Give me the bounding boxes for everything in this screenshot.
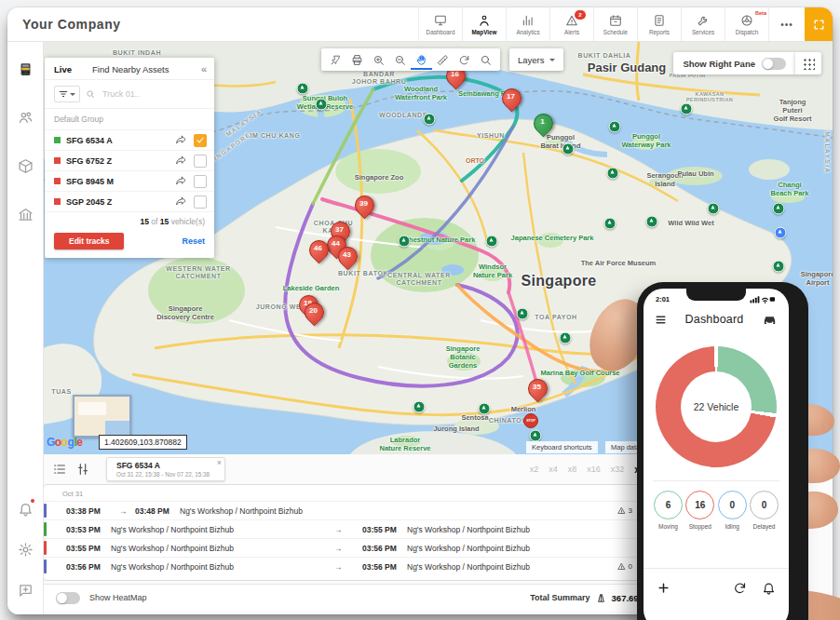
nav-item-mapview[interactable]: MapView	[462, 7, 506, 41]
vehicle-search-input[interactable]	[101, 88, 193, 100]
share-track-icon[interactable]	[175, 155, 187, 167]
phone-stat-stopped[interactable]: 16Stopped	[684, 491, 715, 530]
share-track-icon[interactable]	[175, 134, 187, 146]
map-tool-pin[interactable]	[325, 49, 346, 70]
park-pin-icon[interactable]	[609, 121, 621, 133]
vehicle-row[interactable]: SFG 8945 M	[45, 171, 214, 192]
nav-item-analytics[interactable]: Analytics	[506, 7, 549, 41]
map-tool-search[interactable]	[475, 49, 496, 70]
nav-item-alerts[interactable]: Alerts2	[549, 7, 593, 41]
park-pin-icon[interactable]	[413, 401, 426, 413]
speed-x4[interactable]: x4	[549, 465, 558, 474]
filter-button[interactable]	[54, 86, 80, 102]
layers-dropdown[interactable]: Layers	[509, 48, 563, 71]
park-pin-icon[interactable]	[479, 403, 491, 415]
vehicle-row[interactable]: SGP 2045 Z	[45, 192, 214, 212]
map-marker-stop[interactable]: STOP	[523, 413, 538, 428]
map-marker-43[interactable]: 43	[338, 247, 357, 269]
notifications-bell-icon[interactable]	[762, 581, 776, 595]
top-header: Your Company DashboardMapViewAnalyticsAl…	[7, 7, 833, 42]
sidebar-item-users[interactable]	[7, 97, 43, 138]
park-pin-icon[interactable]	[486, 236, 498, 248]
nav-more-button[interactable]: •••	[768, 7, 805, 41]
hamburger-menu-icon[interactable]	[655, 314, 667, 326]
vehicle-row[interactable]: SFG 6752 Z	[45, 151, 214, 171]
apps-grid-button[interactable]	[795, 52, 821, 74]
park-pin-icon[interactable]	[773, 261, 785, 273]
timeline-list-button[interactable]	[52, 462, 67, 477]
park-pin-icon[interactable]	[517, 308, 529, 320]
poi-pin-icon[interactable]	[775, 227, 787, 239]
nav-item-services[interactable]: Services	[681, 7, 725, 41]
map-marker-17[interactable]: 17	[502, 88, 521, 111]
timeline-settings-button[interactable]	[75, 462, 90, 477]
nav-item-schedule[interactable]: Schedule	[593, 7, 637, 41]
phone-stat-idling[interactable]: 0Idling	[717, 491, 748, 530]
speed-x2[interactable]: x2	[530, 465, 539, 474]
tab-live[interactable]: Live	[54, 64, 72, 74]
map-marker-39[interactable]: 39	[355, 195, 373, 218]
park-pin-icon[interactable]	[562, 143, 575, 155]
heatmap-toggle[interactable]	[56, 592, 80, 604]
nav-item-dispatch[interactable]: DispatchBeta	[725, 7, 768, 41]
sidebar-item-gear[interactable]	[7, 529, 43, 570]
park-pin-icon[interactable]	[708, 203, 720, 215]
park-pin-icon[interactable]	[399, 236, 411, 248]
vehicle-checkbox[interactable]	[194, 175, 207, 188]
share-track-icon[interactable]	[175, 175, 187, 187]
park-pin-icon[interactable]	[773, 203, 785, 215]
park-pin-icon[interactable]	[530, 430, 542, 442]
nav-item-reports[interactable]: Reports	[637, 7, 681, 41]
park-pin-icon[interactable]	[607, 168, 619, 180]
dashboard-icon	[434, 14, 447, 27]
map-marker-1[interactable]: 1	[534, 114, 552, 136]
group-label[interactable]: Default Group	[45, 109, 214, 130]
map-marker-20[interactable]: 20	[305, 303, 323, 325]
vehicle-checkbox[interactable]	[194, 155, 207, 168]
park-pin-icon[interactable]	[297, 83, 309, 95]
share-track-icon[interactable]	[175, 195, 187, 208]
phone-stat-delayed[interactable]: 0Delayed	[749, 491, 779, 530]
park-pin-icon[interactable]	[646, 216, 658, 228]
vehicle-status-donut-chart[interactable]: 22 Vehicle	[656, 346, 777, 467]
sidebar-item-bell[interactable]	[7, 488, 43, 529]
phone-stat-moving[interactable]: 6Moving	[653, 491, 684, 530]
speed-x32[interactable]: x32	[611, 465, 625, 474]
add-button[interactable]	[657, 581, 671, 595]
map-tool-zoom-out[interactable]	[389, 49, 411, 70]
vehicle-checkbox[interactable]	[194, 195, 207, 209]
reset-link[interactable]: Reset	[182, 236, 205, 246]
sidebar-item-building[interactable]	[7, 194, 43, 235]
refresh-button[interactable]	[733, 581, 747, 595]
park-pin-icon[interactable]	[560, 332, 572, 344]
expand-corner-button[interactable]	[805, 7, 833, 41]
keyboard-shortcuts-link[interactable]: Keyboard shortcuts	[526, 441, 598, 453]
sidebar-item-boxes[interactable]	[7, 145, 43, 186]
map-marker-46[interactable]: 46	[309, 240, 328, 263]
map-tool-refresh[interactable]	[454, 49, 475, 70]
panel-collapse-button[interactable]: «	[201, 63, 207, 74]
speed-x8[interactable]: x8	[568, 465, 577, 474]
edit-tracks-button[interactable]: Edit tracks	[54, 233, 124, 249]
sidebar-item-feedback[interactable]	[7, 570, 43, 611]
vehicle-icon[interactable]	[762, 312, 778, 328]
park-pin-icon[interactable]	[681, 103, 693, 115]
tab-find-nearby-assets[interactable]: Find Nearby Assets	[92, 64, 169, 74]
map-tool-hand[interactable]	[411, 49, 432, 70]
vehicle-row[interactable]: SFG 6534 A	[45, 130, 214, 151]
show-right-pane-toggle[interactable]	[762, 58, 786, 70]
park-pin-icon[interactable]	[424, 114, 436, 126]
map-tool-printer[interactable]	[346, 49, 368, 70]
timeline-vehicle-tab[interactable]: SFG 6534 A Oct 31 22, 15:38 - Nov 07 22,…	[106, 457, 225, 481]
nav-item-dashboard[interactable]: Dashboard	[418, 7, 462, 41]
map-tool-ruler[interactable]	[432, 49, 454, 70]
vehicle-checkbox[interactable]	[194, 134, 207, 147]
minimap[interactable]	[73, 395, 131, 438]
park-pin-icon[interactable]	[604, 218, 616, 230]
sidebar-item-truck[interactable]	[7, 48, 43, 89]
map-marker-35[interactable]: 35	[528, 379, 547, 401]
map-tool-zoom-in[interactable]	[368, 49, 389, 70]
park-pin-icon[interactable]	[316, 99, 328, 111]
speed-x16[interactable]: x16	[587, 465, 601, 474]
timeline-tab-close-icon[interactable]: ×	[217, 458, 222, 467]
